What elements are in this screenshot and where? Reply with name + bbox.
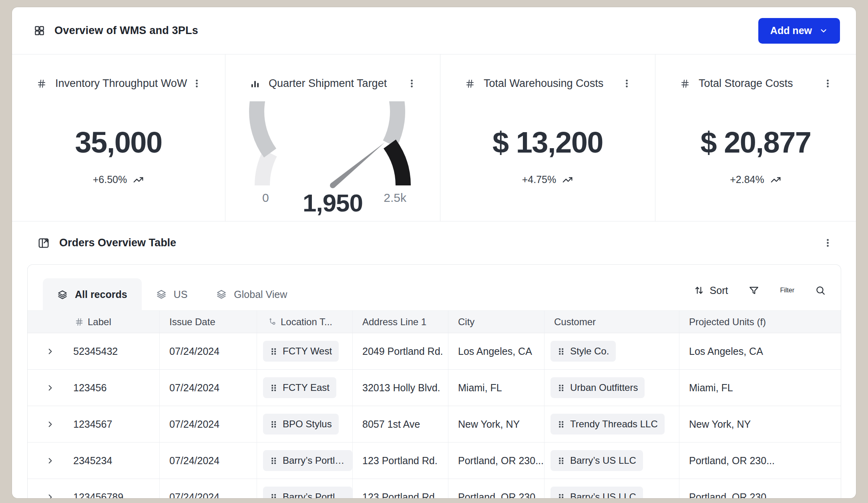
cell-projected-units: Portland, OR 230... — [689, 455, 775, 467]
cell-issue-date: 07/24/2024 — [169, 346, 219, 357]
tab-us[interactable]: US — [142, 278, 202, 310]
expand-row-chevron-icon[interactable] — [46, 383, 55, 392]
expand-row-chevron-icon[interactable] — [46, 347, 55, 356]
top-header: Overview of WMS and 3PLs Add new — [12, 7, 856, 54]
kebab-menu-icon[interactable] — [404, 76, 419, 91]
grid-dots-icon — [270, 347, 277, 356]
chevron-down-icon — [819, 26, 828, 35]
cell-projected-units: New York, NY — [689, 418, 751, 430]
expand-row-chevron-icon[interactable] — [46, 493, 55, 499]
cell-address: 8057 1st Ave — [362, 418, 420, 430]
orders-table-container: All records US Global View Sort Filter — [27, 264, 841, 498]
grid-dots-icon — [557, 420, 565, 429]
kpi-title: Total Storage Costs — [699, 77, 793, 90]
location-tag[interactable]: Barry’s Portland — [263, 450, 352, 471]
column-header-label[interactable]: Label — [28, 311, 160, 333]
grid-dots-icon — [270, 493, 277, 499]
orders-section-title: Orders Overview Table — [59, 237, 176, 249]
sort-label: Sort — [710, 285, 728, 296]
trending-up-icon — [562, 175, 573, 185]
kebab-menu-icon[interactable] — [820, 235, 835, 250]
table-row: 52345432 07/24/2024 FCTY West 2049 Portl… — [28, 333, 841, 370]
customer-tag[interactable]: Style Co. — [551, 341, 616, 362]
tab-all-records[interactable]: All records — [43, 278, 142, 311]
grid-dots-icon — [557, 493, 565, 499]
kpi-delta: +2.84% — [730, 174, 764, 185]
layers-icon — [57, 290, 68, 300]
cell-address: 123 Portland Rd. — [362, 491, 438, 499]
filter-button[interactable] — [749, 285, 759, 296]
grid-dots-icon — [270, 420, 277, 429]
grid-dots-icon — [270, 384, 277, 392]
location-tag[interactable]: FCTY East — [263, 377, 336, 398]
kpi-value: $ 20,877 — [655, 125, 856, 159]
customer-tag[interactable]: Trendy Threads LLC — [551, 414, 665, 435]
cell-issue-date: 07/24/2024 — [169, 382, 219, 394]
layers-icon — [156, 289, 167, 300]
bar-chart-icon — [250, 79, 260, 89]
kpi-title: Total Warehousing Costs — [484, 77, 603, 90]
customer-tag[interactable]: Barry’s US LLC — [551, 450, 643, 471]
column-header-issue-date[interactable]: Issue Date — [160, 311, 257, 333]
gauge-value: 1,950 — [249, 189, 417, 217]
sort-arrows-icon — [694, 285, 704, 296]
customer-tag[interactable]: Barry’s US LLC — [551, 487, 643, 498]
hash-icon — [680, 79, 690, 89]
cell-city: Miami, FL — [458, 382, 502, 394]
sort-button[interactable]: Sort — [694, 285, 728, 296]
search-button[interactable] — [815, 285, 826, 296]
column-header-projected-units[interactable]: Projected Units (f) — [679, 311, 841, 333]
gauge-arc — [249, 101, 417, 197]
grid-dots-icon — [557, 347, 565, 356]
column-header-city[interactable]: City — [448, 311, 545, 333]
search-icon — [815, 285, 826, 296]
column-header-customer[interactable]: Customer — [545, 311, 679, 333]
kpi-card-warehousing-costs: Total Warehousing Costs $ 13,200 +4.75% — [440, 54, 655, 221]
kebab-menu-icon[interactable] — [619, 76, 634, 91]
expand-table-icon[interactable] — [38, 237, 50, 249]
trending-up-icon — [133, 175, 144, 185]
cell-address: 123 Portland Rd. — [362, 455, 438, 467]
kpi-delta: +6.50% — [93, 174, 127, 185]
add-new-label: Add new — [770, 25, 812, 36]
dashboard-icon — [34, 25, 45, 36]
filter-label: Filter — [780, 287, 794, 294]
location-tag[interactable]: Barry’s Portland — [263, 487, 352, 498]
expand-row-chevron-icon[interactable] — [46, 420, 55, 429]
kebab-menu-icon[interactable] — [820, 76, 835, 91]
cell-projected-units: Los Angeles, CA — [689, 346, 763, 357]
cell-label: 52345432 — [73, 346, 118, 357]
table-row: 123456 07/24/2024 FCTY East 32013 Holly … — [28, 370, 841, 406]
hash-icon — [75, 318, 84, 326]
kebab-menu-icon[interactable] — [189, 76, 204, 91]
table-row: 2345234 07/24/2024 Barry’s Portland 123 … — [28, 443, 841, 479]
kpi-delta: +4.75% — [522, 174, 557, 185]
table-header-row: Label Issue Date Location T... Address L… — [28, 311, 841, 333]
customer-tag[interactable]: Urban Outfitters — [551, 377, 645, 398]
kpi-card-inventory-throughput: Inventory Throughput WoW 35,000 +6.50% — [12, 54, 225, 221]
cell-issue-date: 07/24/2024 — [169, 491, 219, 499]
layers-icon — [216, 289, 227, 300]
kpi-row: Inventory Throughput WoW 35,000 +6.50% Q… — [12, 54, 856, 221]
cell-issue-date: 07/24/2024 — [169, 455, 219, 467]
kpi-card-storage-costs: Total Storage Costs $ 20,877 +2.84% — [655, 54, 856, 221]
kpi-value: $ 13,200 — [440, 125, 655, 159]
location-tag[interactable]: FCTY West — [263, 341, 339, 362]
tab-label: All records — [75, 289, 127, 300]
cell-city: Los Angeles, CA — [458, 346, 532, 357]
tab-global-view[interactable]: Global View — [202, 278, 301, 310]
cell-address: 2049 Portland Rd. — [362, 346, 443, 357]
cell-address: 32013 Holly Blvd. — [362, 382, 440, 394]
cell-projected-units: Miami, FL — [689, 382, 733, 394]
column-header-location-type[interactable]: Location T... — [257, 311, 353, 333]
orders-section-header: Orders Overview Table — [12, 221, 856, 264]
kpi-card-quarter-shipment-target: Quarter Shipment Target 0 2.5k 1,950 — [225, 54, 440, 221]
table-tabs-bar: All records US Global View Sort Filter — [28, 265, 841, 311]
add-new-button[interactable]: Add new — [758, 18, 840, 44]
column-header-address-line-1[interactable]: Address Line 1 — [353, 311, 448, 333]
location-tag[interactable]: BPO Stylus — [263, 414, 339, 435]
page-title: Overview of WMS and 3PLs — [54, 24, 198, 37]
expand-row-chevron-icon[interactable] — [46, 456, 55, 465]
hash-icon — [465, 79, 475, 89]
dashboard-card: Overview of WMS and 3PLs Add new Invento… — [12, 7, 856, 498]
